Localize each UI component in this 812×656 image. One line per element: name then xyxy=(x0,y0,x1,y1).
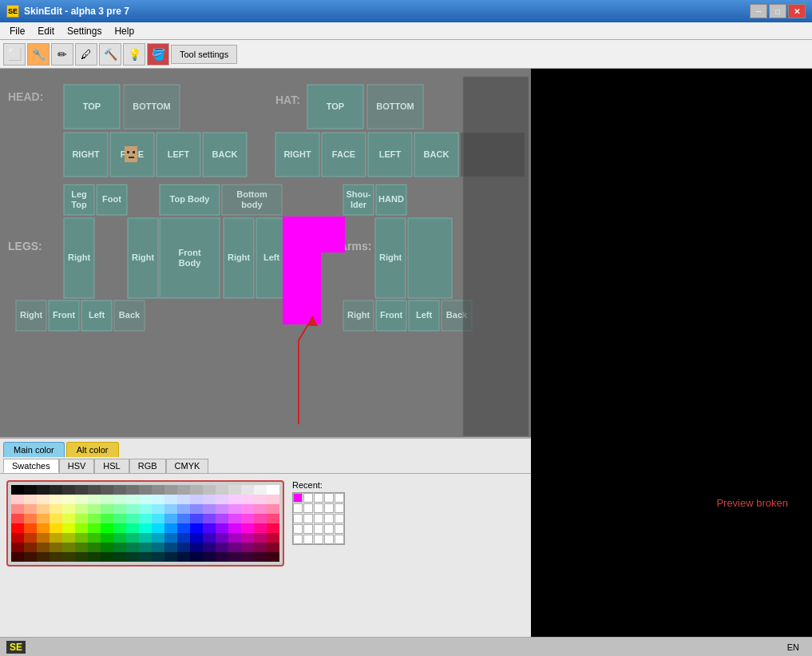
recent-color-10[interactable] xyxy=(293,514,303,523)
pencil-tool[interactable]: ✏ xyxy=(51,43,73,66)
color-swatch-canvas[interactable] xyxy=(11,485,279,562)
preview-broken-text: Preview broken xyxy=(716,497,788,509)
recent-color-15[interactable] xyxy=(293,524,303,534)
recent-color-13[interactable] xyxy=(324,514,334,523)
tab-hsv[interactable]: HSV xyxy=(59,459,95,473)
recent-color-2[interactable] xyxy=(314,493,323,503)
recent-color-1[interactable] xyxy=(303,493,313,503)
recent-color-5[interactable] xyxy=(293,503,303,513)
swatches-content: Recent: xyxy=(0,474,531,573)
minimize-button[interactable]: ─ xyxy=(750,4,767,18)
recent-color-8[interactable] xyxy=(324,503,334,513)
recent-color-7[interactable] xyxy=(314,503,323,513)
menu-settings[interactable]: Settings xyxy=(61,24,108,38)
main-content: Main color Alt color Swatches HSV HSL RG… xyxy=(0,69,812,637)
recent-color-24[interactable] xyxy=(335,535,344,544)
recent-color-9[interactable] xyxy=(335,503,344,513)
menubar: File Edit Settings Help xyxy=(0,22,812,40)
recent-color-6[interactable] xyxy=(303,503,313,513)
status-se-label: SE xyxy=(6,641,26,654)
lighten-tool[interactable]: 💡 xyxy=(123,43,145,66)
app-icon: SE xyxy=(6,5,19,18)
eraser-tool[interactable]: ⬜ xyxy=(3,43,26,66)
recent-color-20[interactable] xyxy=(293,535,303,544)
maximize-button[interactable]: □ xyxy=(769,4,786,18)
recent-color-3[interactable] xyxy=(324,493,334,503)
recent-color-11[interactable] xyxy=(303,514,313,523)
titlebar: SE SkinEdit - alpha 3 pre 7 ─ □ ✕ xyxy=(0,0,812,22)
close-button[interactable]: ✕ xyxy=(788,4,806,18)
brush-tool[interactable]: 🔧 xyxy=(27,43,50,66)
wrench-tool[interactable]: 🔨 xyxy=(99,43,121,66)
recent-color-16[interactable] xyxy=(303,524,313,534)
recent-colors: Recent: xyxy=(292,480,345,567)
tab-cmyk[interactable]: CMYK xyxy=(166,459,209,473)
toolbar: ⬜ 🔧 ✏ 🖊 🔨 💡 🪣 Tool settings xyxy=(0,40,812,69)
recent-color-22[interactable] xyxy=(314,535,323,544)
tab-rgb[interactable]: RGB xyxy=(129,459,166,473)
recent-color-4[interactable] xyxy=(335,493,344,503)
window-controls: ─ □ ✕ xyxy=(750,4,806,18)
window-title: SkinEdit - alpha 3 pre 7 xyxy=(24,6,129,17)
skin-editor[interactable]: Main color Alt color Swatches HSV HSL RG… xyxy=(0,69,531,637)
bucket-tool[interactable]: 🪣 xyxy=(147,43,169,66)
recent-color-23[interactable] xyxy=(324,535,334,544)
dropper-tool[interactable]: 🖊 xyxy=(75,43,97,66)
status-language: EN xyxy=(787,642,799,652)
alt-color-tab[interactable]: Alt color xyxy=(66,442,119,457)
color-swatch-grid[interactable] xyxy=(6,480,284,567)
right-panel: Preview broken xyxy=(531,69,812,637)
menu-file[interactable]: File xyxy=(3,24,31,38)
recent-color-0[interactable] xyxy=(293,493,303,503)
tab-hsl[interactable]: HSL xyxy=(94,459,129,473)
tab-swatches[interactable]: Swatches xyxy=(3,459,59,473)
menu-help[interactable]: Help xyxy=(108,24,141,38)
recent-color-12[interactable] xyxy=(314,514,323,523)
statusbar: SE EN xyxy=(0,637,812,656)
recent-color-grid[interactable] xyxy=(292,492,345,545)
color-panel: Main color Alt color Swatches HSV HSL RG… xyxy=(0,437,531,637)
tool-settings-button[interactable]: Tool settings xyxy=(171,45,237,64)
color-mode-tabs: Main color Alt color xyxy=(0,439,531,457)
recent-label: Recent: xyxy=(292,480,345,490)
recent-color-17[interactable] xyxy=(314,524,323,534)
swatch-mode-tabs: Swatches HSV HSL RGB CMYK xyxy=(0,457,531,474)
main-color-tab[interactable]: Main color xyxy=(3,442,65,457)
recent-color-18[interactable] xyxy=(324,524,334,534)
recent-color-19[interactable] xyxy=(335,524,344,534)
recent-color-14[interactable] xyxy=(335,514,344,523)
recent-color-21[interactable] xyxy=(303,535,313,544)
menu-edit[interactable]: Edit xyxy=(31,24,61,38)
